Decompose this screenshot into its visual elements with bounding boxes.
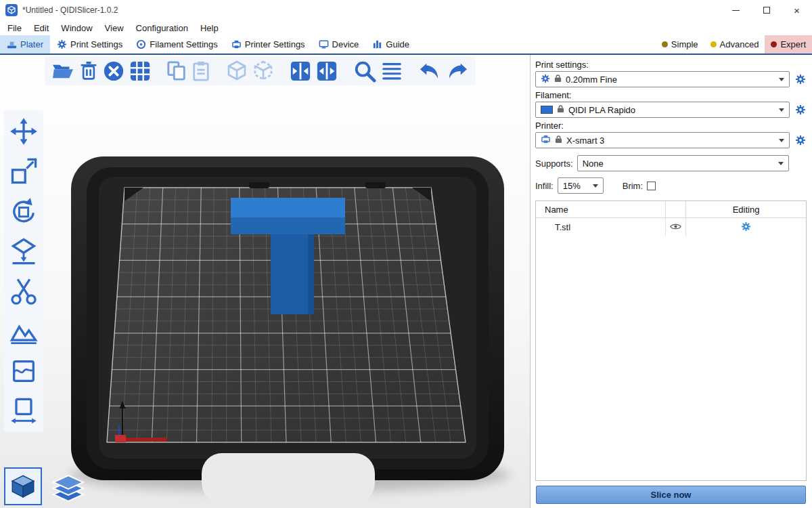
tab-guide[interactable]: Guide bbox=[365, 35, 416, 54]
paint-supports-button[interactable] bbox=[9, 316, 39, 346]
object-list-header: Name Editing bbox=[536, 201, 806, 218]
preview-view-button[interactable] bbox=[47, 469, 89, 505]
split-parts-button[interactable] bbox=[316, 60, 338, 82]
print-settings-combo[interactable]: 0.20mm Fine bbox=[535, 71, 790, 87]
visibility-column-header bbox=[665, 201, 685, 217]
maximize-button[interactable] bbox=[751, 0, 782, 20]
arrange-button[interactable] bbox=[129, 60, 151, 82]
menu-help[interactable]: Help bbox=[194, 23, 225, 33]
filament-combo[interactable]: QIDI PLA Rapido bbox=[535, 102, 790, 118]
view-toggles bbox=[4, 467, 89, 505]
open-file-button[interactable] bbox=[51, 61, 74, 81]
chevron-down-icon bbox=[593, 184, 598, 188]
seam-button[interactable] bbox=[9, 356, 39, 386]
tab-bar: Plater Print Settings Filament Settings … bbox=[0, 35, 812, 55]
remove-instance-button[interactable] bbox=[252, 60, 274, 83]
printer-icon bbox=[541, 134, 551, 146]
brim-label: Brim: bbox=[623, 181, 643, 191]
object-list-row[interactable]: T.stl bbox=[536, 218, 806, 236]
place-on-face-button[interactable] bbox=[9, 236, 39, 266]
lock-icon bbox=[554, 74, 562, 85]
mode-simple[interactable]: Simple bbox=[656, 35, 704, 54]
undo-button[interactable] bbox=[418, 62, 441, 81]
3d-viewport[interactable] bbox=[0, 55, 531, 508]
supports-combo[interactable]: None bbox=[577, 155, 789, 171]
lock-icon bbox=[555, 135, 562, 146]
supports-value: None bbox=[583, 158, 604, 169]
chevron-down-icon bbox=[779, 108, 784, 112]
cube-icon bbox=[9, 472, 37, 501]
redo-button[interactable] bbox=[446, 62, 469, 81]
object-name: T.stl bbox=[536, 222, 665, 232]
tab-plater[interactable]: Plater bbox=[0, 35, 50, 54]
search-button[interactable] bbox=[353, 60, 376, 83]
scale-button[interactable] bbox=[9, 156, 39, 186]
slice-now-button[interactable]: Slice now bbox=[536, 486, 806, 504]
lock-icon bbox=[557, 104, 564, 115]
variable-layer-height-button[interactable] bbox=[381, 61, 403, 81]
copy-button[interactable] bbox=[166, 60, 187, 82]
brim-checkbox[interactable] bbox=[647, 182, 656, 190]
tab-device[interactable]: Device bbox=[312, 35, 366, 54]
layers-icon bbox=[49, 470, 88, 504]
tab-printer-settings[interactable]: Printer Settings bbox=[225, 35, 312, 54]
rotate-button[interactable] bbox=[9, 196, 39, 226]
advanced-mode-dot-icon bbox=[710, 41, 717, 47]
settings-sidebar: Print settings: 0.20mm Fine Filament: QI… bbox=[531, 55, 811, 508]
print-settings-gear-button[interactable] bbox=[794, 73, 807, 86]
infill-combo[interactable]: 15% bbox=[558, 177, 604, 194]
move-button[interactable] bbox=[9, 117, 39, 146]
menu-window[interactable]: Window bbox=[55, 23, 98, 33]
gear-icon bbox=[541, 74, 550, 85]
filament-gear-button[interactable] bbox=[794, 104, 807, 117]
supports-label: Supports: bbox=[535, 158, 573, 169]
printer-combo[interactable]: X-smart 3 bbox=[535, 132, 790, 148]
menu-bar: File Edit Window View Configuration Help bbox=[0, 20, 812, 35]
app-icon bbox=[5, 4, 18, 16]
tab-print-settings[interactable]: Print Settings bbox=[50, 35, 129, 54]
split-objects-button[interactable] bbox=[290, 60, 311, 82]
name-column-header: Name bbox=[536, 205, 665, 215]
bed-handle-notch bbox=[202, 453, 375, 503]
chevron-down-icon bbox=[778, 162, 784, 165]
measure-button[interactable] bbox=[9, 396, 39, 426]
filament-settings-icon bbox=[136, 39, 146, 49]
add-instance-button[interactable] bbox=[226, 60, 248, 83]
cut-button[interactable] bbox=[9, 276, 39, 306]
printer-gear-button[interactable] bbox=[794, 134, 807, 147]
delete-all-button[interactable] bbox=[103, 60, 125, 82]
tab-filament-settings[interactable]: Filament Settings bbox=[129, 35, 224, 54]
infill-value: 15% bbox=[563, 181, 581, 191]
print-settings-value: 0.20mm Fine bbox=[566, 75, 617, 85]
window-title: *Untitled - QIDISlicer-1.0.2 bbox=[22, 5, 721, 15]
mode-advanced[interactable]: Advanced bbox=[704, 35, 765, 54]
plater-icon bbox=[7, 39, 17, 49]
editing-column-header: Editing bbox=[685, 201, 806, 217]
gizmo-toolbar bbox=[4, 110, 43, 432]
minimize-button[interactable] bbox=[721, 0, 751, 20]
print-settings-icon bbox=[57, 39, 67, 49]
chevron-down-icon bbox=[779, 78, 784, 81]
menu-configuration[interactable]: Configuration bbox=[130, 23, 194, 33]
menu-file[interactable]: File bbox=[1, 23, 28, 33]
filament-label: Filament: bbox=[535, 90, 807, 100]
object-list: Name Editing T.stl bbox=[535, 200, 807, 481]
3d-scene bbox=[0, 55, 530, 508]
paste-button[interactable] bbox=[191, 60, 210, 82]
printer-settings-icon bbox=[231, 39, 242, 49]
visibility-eye-icon[interactable] bbox=[670, 222, 681, 232]
3d-editor-view-button[interactable] bbox=[4, 467, 42, 505]
printer-label: Printer: bbox=[535, 121, 807, 131]
edit-object-icon[interactable] bbox=[741, 221, 751, 234]
title-bar: *Untitled - QIDISlicer-1.0.2 × bbox=[0, 0, 812, 20]
guide-icon bbox=[372, 39, 382, 49]
filament-color-swatch bbox=[541, 106, 553, 114]
expert-mode-dot-icon bbox=[771, 41, 777, 47]
menu-edit[interactable]: Edit bbox=[28, 23, 55, 33]
printer-value: X-smart 3 bbox=[566, 135, 604, 146]
mode-expert[interactable]: Expert bbox=[765, 35, 812, 54]
close-button[interactable]: × bbox=[782, 0, 812, 20]
filament-value: QIDI PLA Rapido bbox=[568, 105, 635, 115]
delete-button[interactable] bbox=[79, 60, 98, 82]
menu-view[interactable]: View bbox=[99, 23, 130, 33]
